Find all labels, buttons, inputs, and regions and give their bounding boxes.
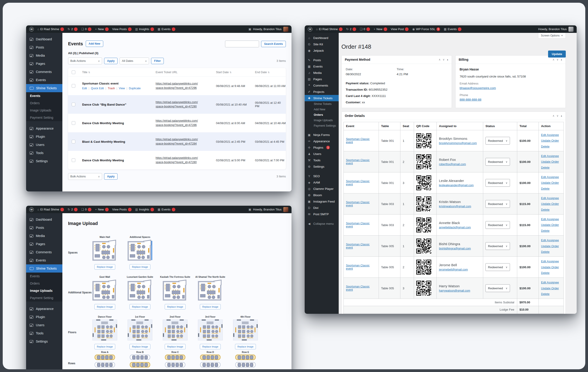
delete-link[interactable]: Delete <box>541 228 550 234</box>
row-checkbox[interactable] <box>72 121 75 125</box>
update-order-link[interactable]: Update Order <box>541 285 559 291</box>
sidebar-item[interactable]: ▣ Instagram Feed <box>305 198 339 205</box>
replace-image-button[interactable]: Replace Image <box>94 344 116 349</box>
toggle-panel-icon[interactable]: ▲ <box>561 115 562 117</box>
event-ticket-url[interactable]: https://elriad.galaxyweblinks.com/space-… <box>156 81 216 90</box>
sidebar-item[interactable]: ▤ Pages <box>305 76 339 82</box>
sidebar-item[interactable]: Shrine Tickets <box>26 84 62 92</box>
quick-edit-link[interactable]: Quick Edit <box>91 87 108 90</box>
sidebar-item[interactable]: ⌂ Dashboard <box>305 35 339 41</box>
replace-image-button[interactable]: Replace Image <box>129 264 151 270</box>
filter-button[interactable]: Filter <box>151 58 164 64</box>
sidebar-item[interactable]: Settings <box>26 157 62 165</box>
sidebar-item[interactable]: G Site Kit <box>305 41 339 47</box>
apply-button-bottom[interactable]: Apply <box>104 173 117 180</box>
update-order-link[interactable]: Update Order <box>541 222 559 228</box>
sidebar-item[interactable]: ⚒ Tools <box>305 157 339 163</box>
sidebar-item[interactable]: Tools <box>26 149 62 157</box>
sidebar-item[interactable]: Appearance <box>26 305 62 313</box>
edit-assignee-link[interactable]: Edit Assignee <box>541 132 559 138</box>
sidebar-item[interactable]: ❝ Comments <box>305 82 339 89</box>
update-button[interactable]: Update <box>548 50 566 58</box>
delete-link[interactable]: Delete <box>541 291 550 297</box>
list-filter-links[interactable]: All (3) | Published (3) <box>68 51 286 55</box>
edit-link[interactable]: Edit <box>82 87 91 90</box>
admin-bar-item[interactable]: View Posts <box>112 208 132 211</box>
sidebar-item[interactable]: Users <box>26 141 62 149</box>
admin-bar-item[interactable]: View Post <box>391 27 409 31</box>
assignee-email-link[interactable]: lesliealexander@gmail.com <box>439 184 474 187</box>
sidebar-item[interactable]: Y SEO <box>305 173 339 179</box>
move-up-icon[interactable]: ∧ <box>439 58 441 61</box>
edit-assignee-link[interactable]: Edit Assignee <box>541 195 559 201</box>
screen-options-tab[interactable]: Screen Options ▼ <box>538 33 566 39</box>
event-ticket-url[interactable]: https://elriad.galaxyweblinks.com/space-… <box>156 100 216 109</box>
sidebar-item[interactable]: ♟ Users <box>305 151 339 157</box>
replace-image-button[interactable]: Replace Image <box>200 304 221 310</box>
replace-image-button[interactable]: Replace Image <box>165 304 186 310</box>
event-ticket-url[interactable]: https://elriad.galaxyweblinks.com/space-… <box>156 119 216 127</box>
sidebar-item[interactable]: Shrine Tickets <box>26 264 62 272</box>
admin-bar-item[interactable]: ⌂ El Riad Shrine <box>316 27 343 31</box>
move-up-icon[interactable]: ∧ <box>552 114 555 117</box>
sidebar-item[interactable]: ⚙ Settings <box>305 163 339 170</box>
sidebar-item[interactable]: Image Uploads <box>305 118 339 123</box>
delete-link[interactable]: Delete <box>541 165 550 170</box>
delete-link[interactable]: Delete <box>541 186 550 191</box>
wordpress-logo-icon[interactable]: W <box>29 207 34 212</box>
view-link[interactable]: View <box>119 87 129 90</box>
status-select[interactable]: Redeemed ∨ <box>485 158 510 166</box>
update-order-link[interactable]: Update Order <box>541 201 559 207</box>
sidebar-item[interactable]: ▦ Events <box>305 63 339 70</box>
wordpress-logo-icon[interactable]: W <box>29 27 34 31</box>
sidebar-item[interactable]: Comments <box>26 68 62 76</box>
search-input[interactable] <box>225 40 259 47</box>
update-order-link[interactable]: Update Order <box>541 264 559 270</box>
assignee-email-link[interactable]: kristinwatson@gmail.com <box>439 205 471 208</box>
event-link[interactable]: Sportsman Classic event <box>346 138 376 144</box>
sidebar-item[interactable]: ◎ Clammr Player <box>305 186 339 192</box>
event-title-link[interactable]: Dance Club Monthly Meeting <box>82 159 156 162</box>
edit-assignee-link[interactable]: Edit Assignee <box>541 237 559 243</box>
sidebar-item[interactable]: Shrine Tickets <box>305 101 339 107</box>
admin-bar-item[interactable]: ❑ 0 <box>360 27 370 31</box>
event-link[interactable]: Sportsman Classic event <box>346 264 376 270</box>
admin-bar-item[interactable]: View Posts <box>112 27 132 31</box>
update-order-link[interactable]: Update Order <box>541 180 559 186</box>
avatar[interactable] <box>568 27 574 32</box>
edit-assignee-link[interactable]: Edit Assignee <box>541 259 559 264</box>
sidebar-item[interactable]: Orders <box>26 100 62 107</box>
sidebar-item[interactable]: ✚ Shrine Tickets <box>305 95 339 101</box>
sidebar-item[interactable]: Events <box>26 256 62 264</box>
sidebar-item[interactable]: Orders <box>26 280 62 287</box>
admin-bar-item[interactable]: ▥ Insights <box>135 208 154 211</box>
row-checkbox[interactable] <box>72 84 75 88</box>
sidebar-item[interactable]: Posts <box>26 43 62 51</box>
status-select[interactable]: Redeemed ∨ <box>485 200 510 208</box>
sidebar-item[interactable]: Plugin <box>26 132 62 141</box>
status-select[interactable]: Redeemed ∨ <box>485 221 510 229</box>
assignee-email-link[interactable]: harrywatson@gmail.com <box>439 289 470 292</box>
admin-bar-item[interactable]: ▦ Events <box>444 27 462 31</box>
admin-bar-item[interactable]: ▦ Events <box>158 27 175 31</box>
row-checkbox[interactable] <box>72 158 75 162</box>
notification-icon[interactable]: ▣ <box>248 208 251 211</box>
sort-title[interactable]: Title⇅ <box>82 71 156 74</box>
sidebar-item[interactable]: Media <box>26 51 62 60</box>
replace-image-button[interactable]: Replace Image <box>129 304 151 310</box>
delete-link[interactable]: Delete <box>541 270 550 276</box>
edit-assignee-link[interactable]: Edit Assignee <box>541 216 559 222</box>
row-checkbox[interactable] <box>72 103 75 106</box>
event-link[interactable]: Sportsman Classic event <box>346 243 376 249</box>
assignee-email-link[interactable]: jeromebell@gmail.com <box>439 268 468 271</box>
replace-image-button[interactable]: Replace Image <box>94 304 116 310</box>
event-link[interactable]: Sportsman Classic event <box>346 222 376 228</box>
duplicate-link[interactable]: Duplicate <box>129 87 141 90</box>
howdy-label[interactable]: Howdy, Brandon Tilus <box>253 27 282 31</box>
wordpress-logo-icon[interactable]: W <box>308 27 312 31</box>
delete-link[interactable]: Delete <box>541 207 550 212</box>
sidebar-item[interactable]: Orders <box>305 112 339 118</box>
notification-icon[interactable]: ▣ <box>248 27 251 31</box>
sidebar-item[interactable]: Pages <box>26 240 62 248</box>
billing-email-link[interactable]: bhaase@siouxempire.com <box>460 86 496 90</box>
